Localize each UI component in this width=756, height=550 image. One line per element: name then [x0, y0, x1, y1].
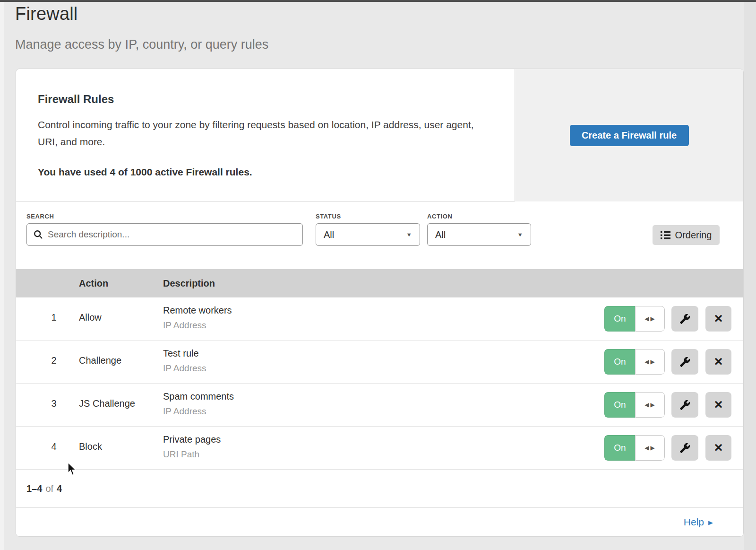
rule-priority: 2	[45, 355, 62, 366]
toggle-handle[interactable]: ◀▶	[635, 306, 665, 332]
delete-rule-button[interactable]: ✕	[705, 392, 731, 418]
chevron-down-icon: ▼	[517, 232, 523, 238]
toggle-handle[interactable]: ◀▶	[635, 435, 665, 461]
close-icon: ✕	[713, 399, 723, 410]
firewall-rules-card: Firewall Rules Control incoming traffic …	[16, 69, 744, 537]
delete-rule-button[interactable]: ✕	[705, 435, 731, 461]
chevron-down-icon: ▼	[406, 232, 412, 238]
toggle-arrows-icon: ◀▶	[644, 315, 656, 322]
rule-description: Spam comments IP Address	[163, 391, 234, 417]
table-row: 1 Allow Remote workers IP Address On ◀▶ …	[16, 297, 743, 340]
search-label: SEARCH	[26, 213, 54, 220]
rule-enabled-toggle[interactable]: On ◀▶	[604, 349, 665, 375]
page-title: Firewall	[15, 4, 268, 24]
wrench-icon	[679, 443, 690, 454]
pagination-of: of	[45, 483, 53, 494]
edit-rule-button[interactable]	[671, 349, 698, 375]
rule-description: Test rule IP Address	[163, 348, 206, 374]
create-rule-panel: Create a Firewall rule	[515, 69, 743, 201]
rule-priority: 4	[45, 441, 62, 452]
toggle-handle[interactable]: ◀▶	[635, 349, 665, 375]
rule-description: Private pages URI Path	[163, 434, 221, 460]
action-select[interactable]: All ▼	[427, 223, 531, 246]
rules-info-section: Firewall Rules Control incoming traffic …	[16, 69, 743, 201]
column-header-description: Description	[163, 269, 215, 297]
window-left-edge	[0, 2, 4, 550]
status-select-value: All	[324, 229, 334, 240]
table-header: Action Description	[16, 269, 743, 297]
page-header: Firewall Manage access by IP, country, o…	[15, 4, 268, 52]
rule-enabled-toggle[interactable]: On ◀▶	[604, 306, 665, 332]
rule-enabled-toggle[interactable]: On ◀▶	[604, 392, 665, 418]
toggle-on-segment[interactable]: On	[604, 349, 635, 375]
ordering-button[interactable]: Ordering	[653, 225, 720, 245]
action-select-value: All	[435, 229, 446, 240]
rules-usage-text: You have used 4 of 1000 active Firewall …	[38, 166, 494, 178]
rule-action: Block	[79, 441, 102, 452]
ordering-button-label: Ordering	[675, 230, 712, 241]
close-icon: ✕	[713, 313, 723, 324]
rules-info-text: Firewall Rules Control incoming traffic …	[16, 69, 515, 201]
action-label: ACTION	[427, 213, 452, 220]
rule-priority: 1	[45, 312, 62, 323]
rule-priority: 3	[45, 398, 62, 409]
column-header-action: Action	[79, 269, 108, 297]
wrench-icon	[679, 357, 690, 367]
toggle-on-segment[interactable]: On	[604, 392, 635, 418]
wrench-icon	[679, 314, 690, 324]
arrow-right-icon: ▶	[708, 519, 713, 525]
rule-action: Challenge	[79, 355, 121, 366]
rule-field: IP Address	[163, 406, 234, 417]
table-row: 2 Challenge Test rule IP Address On ◀▶ ✕	[16, 340, 743, 384]
close-icon: ✕	[713, 442, 723, 454]
edit-rule-button[interactable]	[671, 435, 698, 461]
rule-enabled-toggle[interactable]: On ◀▶	[604, 435, 665, 461]
status-select[interactable]: All ▼	[316, 223, 420, 246]
wrench-icon	[679, 400, 690, 410]
pagination-total: 4	[57, 483, 62, 494]
rule-action: JS Challenge	[79, 398, 135, 409]
rules-section-description: Control incoming traffic to your zone by…	[38, 116, 487, 150]
rule-description: Remote workers IP Address	[163, 305, 232, 331]
rule-action: Allow	[79, 312, 102, 323]
edit-rule-button[interactable]	[671, 392, 698, 418]
filter-row: SEARCH STATUS All ▼ ACTION All ▼	[16, 201, 743, 269]
table-row: 4 Block Private pages URI Path On ◀▶ ✕	[16, 427, 743, 470]
toggle-arrows-icon: ◀▶	[644, 402, 656, 408]
help-footer: Help ▶	[16, 508, 743, 536]
rule-field: URI Path	[163, 449, 221, 460]
help-link-label: Help	[684, 516, 704, 528]
rule-description-title: Remote workers	[163, 305, 232, 316]
table-row: 3 JS Challenge Spam comments IP Address …	[16, 384, 743, 427]
search-input[interactable]	[27, 224, 302, 245]
rule-description-title: Private pages	[163, 434, 221, 445]
delete-rule-button[interactable]: ✕	[705, 349, 731, 375]
search-box[interactable]	[26, 223, 303, 246]
status-label: STATUS	[316, 213, 341, 220]
rule-field: IP Address	[163, 320, 232, 331]
toggle-on-segment[interactable]: On	[604, 435, 635, 461]
rule-field: IP Address	[163, 363, 206, 374]
pagination: 1–4 of 4	[16, 470, 743, 508]
close-icon: ✕	[713, 356, 723, 367]
toggle-arrows-icon: ◀▶	[644, 358, 656, 365]
create-firewall-rule-button[interactable]: Create a Firewall rule	[570, 125, 689, 146]
rule-description-title: Spam comments	[163, 391, 234, 402]
rule-description-title: Test rule	[163, 348, 206, 359]
toggle-on-segment[interactable]: On	[604, 306, 635, 332]
ordered-list-icon	[661, 231, 670, 239]
window-top-edge	[0, 0, 756, 2]
help-link[interactable]: Help ▶	[684, 516, 713, 528]
toggle-arrows-icon: ◀▶	[644, 445, 656, 451]
toggle-handle[interactable]: ◀▶	[635, 392, 665, 418]
delete-rule-button[interactable]: ✕	[705, 306, 731, 332]
edit-rule-button[interactable]	[671, 306, 698, 332]
page-subtitle: Manage access by IP, country, or query r…	[15, 37, 268, 52]
page-right-gutter	[744, 2, 756, 550]
search-icon	[33, 229, 43, 240]
pagination-range: 1–4	[26, 483, 42, 494]
rules-section-title: Firewall Rules	[38, 93, 494, 106]
